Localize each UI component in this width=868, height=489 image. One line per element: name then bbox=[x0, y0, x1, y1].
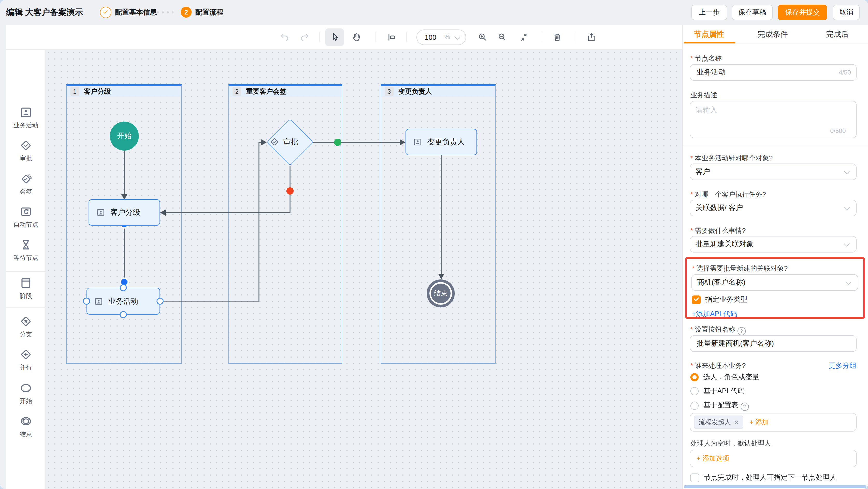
chevron-down-icon bbox=[844, 204, 850, 210]
save-submit-button[interactable]: 保存并提交 bbox=[778, 5, 827, 20]
prev-step-button[interactable]: 上一步 bbox=[691, 5, 727, 20]
node-name-input[interactable] bbox=[695, 68, 834, 77]
node-label: 业务活动 bbox=[108, 296, 138, 306]
save-draft-button[interactable]: 保存草稿 bbox=[732, 5, 773, 20]
fit-view-icon[interactable] bbox=[519, 32, 529, 42]
page-title: 编辑 大客户备案演示 bbox=[6, 7, 83, 18]
zoom-level-input[interactable] bbox=[424, 33, 441, 42]
button-name-input[interactable] bbox=[695, 339, 851, 348]
handler-option-config-table[interactable]: 基于配置表 bbox=[690, 400, 749, 411]
tab-after-completion[interactable]: 完成后 bbox=[826, 30, 848, 39]
checkbox-checked-icon[interactable] bbox=[692, 295, 701, 304]
delete-icon[interactable] bbox=[552, 32, 562, 42]
flow-canvas[interactable]: 1 客户分级 2 重要客户会签 3 变更负责人 bbox=[45, 50, 682, 489]
next-node-handler-checkbox-row[interactable]: 节点完成时，处理人可指定下一节点处理人 bbox=[690, 473, 837, 482]
redo-icon[interactable] bbox=[299, 32, 310, 42]
default-handler-field[interactable]: + 添加选项 bbox=[690, 450, 857, 467]
activity-node-icon bbox=[94, 297, 103, 305]
checkbox-unchecked-icon[interactable] bbox=[690, 473, 699, 482]
palette-item-approval[interactable]: 审批 bbox=[6, 139, 45, 162]
undo-icon[interactable] bbox=[280, 32, 290, 42]
node-palette-sidebar: 业务活动 审批 会签 自动节点 等待节点 阶段 分支 并行 bbox=[6, 50, 45, 489]
step-separator-dots bbox=[157, 11, 174, 13]
activity-node-icon bbox=[19, 105, 33, 119]
arrowhead-icon bbox=[160, 209, 166, 216]
add-apl-code-link[interactable]: +添加APL代码 bbox=[692, 309, 737, 319]
active-tab-indicator bbox=[684, 42, 736, 43]
edge-endpoint-dot-bottom[interactable] bbox=[120, 278, 128, 286]
remove-tag-icon[interactable]: × bbox=[735, 418, 739, 426]
palette-item-start[interactable]: 开始 bbox=[6, 381, 45, 405]
specify-type-checkbox-row[interactable]: 指定业务类型 bbox=[692, 295, 747, 304]
handler-option-apl[interactable]: 基于APL代码 bbox=[690, 387, 744, 396]
palette-item-parallel[interactable]: 并行 bbox=[6, 348, 45, 371]
add-option-link[interactable]: + 添加选项 bbox=[696, 454, 729, 463]
help-icon[interactable] bbox=[740, 402, 749, 411]
chevron-down-icon bbox=[845, 279, 851, 285]
node-start[interactable]: 开始 bbox=[110, 122, 139, 151]
export-icon[interactable] bbox=[586, 32, 597, 42]
target-object-select[interactable]: 客户 bbox=[690, 164, 857, 180]
checkbox-label: 节点完成时，处理人可指定下一节点处理人 bbox=[704, 473, 837, 482]
radio-icon[interactable] bbox=[690, 401, 699, 410]
radio-label: 基于配置表 bbox=[703, 400, 749, 411]
activity-node-icon bbox=[413, 138, 423, 146]
radio-selected-icon[interactable] bbox=[690, 373, 699, 381]
reject-branch-dot[interactable] bbox=[286, 187, 293, 195]
add-handler-link[interactable]: + 添加 bbox=[749, 418, 769, 427]
arrowhead-icon bbox=[261, 139, 267, 145]
zoom-in-icon[interactable] bbox=[477, 32, 488, 42]
node-change-owner[interactable]: 变更负责人 bbox=[405, 129, 477, 155]
palette-item-countersign[interactable]: 会签 bbox=[6, 172, 45, 195]
handler-option-people[interactable]: 选人，角色或变量 bbox=[690, 372, 759, 382]
tab-completion-condition[interactable]: 完成条件 bbox=[758, 30, 788, 39]
node-end[interactable]: 结束 bbox=[427, 280, 455, 307]
section-divider bbox=[683, 145, 868, 145]
more-groups-link[interactable]: 更多分组 bbox=[829, 361, 857, 370]
node-customer-grade[interactable]: 客户分级 bbox=[89, 199, 160, 226]
zoom-level-control[interactable]: % bbox=[416, 30, 466, 45]
node-name-field[interactable]: 4/50 bbox=[690, 64, 857, 81]
step-basic-info[interactable]: 配置基本信息 bbox=[100, 7, 157, 18]
zoom-out-icon[interactable] bbox=[497, 32, 507, 42]
step-configure-flow[interactable]: 2 配置流程 bbox=[181, 7, 223, 18]
lane-tool-icon[interactable] bbox=[386, 32, 397, 42]
palette-divider bbox=[6, 307, 45, 308]
handler-tag-chip[interactable]: 流程发起人 × bbox=[694, 416, 743, 429]
step-label: 配置基本信息 bbox=[115, 8, 157, 17]
header-bar: 编辑 大客户备案演示 配置基本信息 2 配置流程 上一步 保存草稿 保存并提交 … bbox=[0, 0, 868, 25]
palette-item-activity[interactable]: 业务活动 bbox=[6, 105, 45, 129]
which-record-label: 对哪一个客户执行任务? bbox=[690, 190, 766, 199]
node-business-activity[interactable]: 业务活动 bbox=[87, 288, 160, 315]
chevron-down-icon bbox=[844, 240, 850, 247]
palette-item-stage[interactable]: 阶段 bbox=[6, 276, 45, 300]
palette-item-branch[interactable]: 分支 bbox=[6, 315, 45, 338]
hand-tool-icon[interactable] bbox=[351, 32, 362, 42]
node-approval[interactable]: 审批 bbox=[269, 137, 314, 147]
cancel-button[interactable]: 取消 bbox=[833, 5, 860, 20]
palette-item-end[interactable]: 结束 bbox=[6, 415, 45, 438]
which-record-select[interactable]: 关联数据/ 客户 bbox=[690, 200, 857, 216]
start-node-icon bbox=[19, 381, 33, 395]
button-name-label: 设置按钮名称 bbox=[690, 325, 746, 335]
action-select[interactable]: 批量新建关联对象 bbox=[690, 236, 857, 253]
handler-tags-field[interactable]: 流程发起人 × + 添加 bbox=[690, 413, 857, 431]
button-name-field[interactable] bbox=[690, 335, 857, 352]
node-label: 变更负责人 bbox=[427, 137, 465, 147]
radio-icon[interactable] bbox=[690, 387, 699, 395]
approve-branch-dot[interactable] bbox=[334, 139, 341, 146]
select-value: 客户 bbox=[695, 167, 839, 176]
tab-node-properties[interactable]: 节点属性 bbox=[694, 30, 724, 39]
stage-icon bbox=[19, 276, 33, 290]
description-textarea[interactable]: 请输入 0/500 bbox=[690, 101, 857, 138]
toolbar-divider bbox=[375, 32, 375, 42]
palette-item-wait-node[interactable]: 等待节点 bbox=[6, 238, 45, 261]
approval-node-icon bbox=[269, 137, 280, 147]
pointer-tool-icon[interactable] bbox=[330, 32, 340, 42]
palette-item-auto-node[interactable]: 自动节点 bbox=[6, 205, 45, 228]
chevron-down-icon[interactable] bbox=[455, 34, 460, 40]
batch-object-select[interactable]: 商机(客户名称) bbox=[691, 274, 858, 291]
chevron-down-icon bbox=[844, 168, 850, 174]
panel-bottom-scrollbar[interactable] bbox=[684, 485, 866, 488]
help-icon[interactable] bbox=[737, 327, 746, 335]
